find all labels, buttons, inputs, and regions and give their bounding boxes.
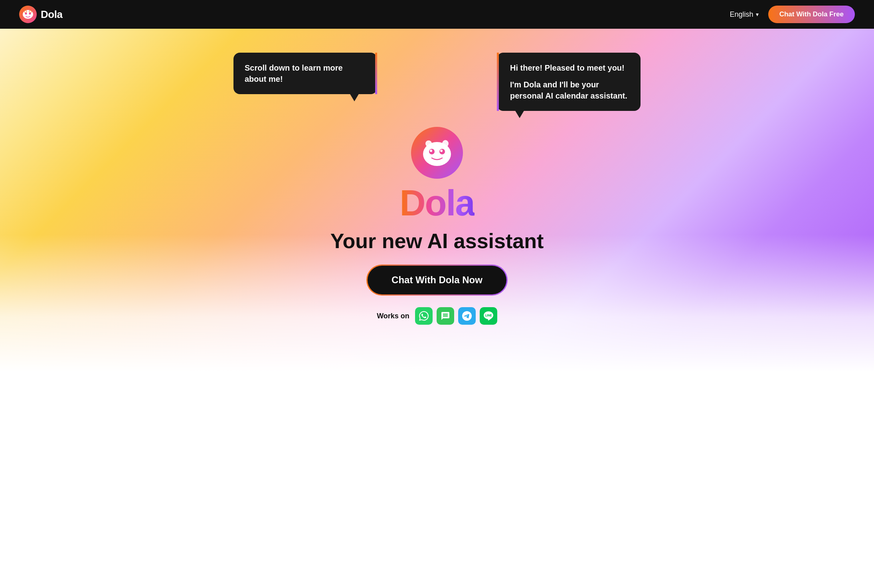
bubble-right-line2: I'm Dola and I'll be your personal AI ca… <box>510 79 629 101</box>
svg-point-3 <box>24 10 27 13</box>
svg-point-9 <box>440 150 443 152</box>
svg-point-4 <box>29 10 32 13</box>
language-label: English <box>730 10 753 19</box>
whatsapp-icon <box>415 307 433 325</box>
language-selector[interactable]: English ▾ <box>730 10 759 19</box>
chevron-down-icon: ▾ <box>756 11 759 18</box>
hero-center: Dola Your new AI assistant Chat With Dol… <box>330 127 544 325</box>
hero-section: Scroll down to learn more about me! Hi t… <box>0 29 874 372</box>
imessage-icon <box>437 307 454 325</box>
telegram-icon <box>458 307 476 325</box>
svg-point-11 <box>442 140 449 147</box>
chat-bubble-left: Scroll down to learn more about me! <box>233 53 377 94</box>
logo-icon <box>19 6 37 23</box>
nav-cta-button[interactable]: Chat With Dola Free <box>768 6 855 23</box>
bubble-right-line1: Hi there! Pleased to meet you! <box>510 62 629 73</box>
chat-bubbles-container: Scroll down to learn more about me! Hi t… <box>218 29 656 111</box>
chat-bubble-right: Hi there! Pleased to meet you! I'm Dola … <box>497 53 641 111</box>
hero-cta-button[interactable]: Chat With Dola Now <box>368 266 506 294</box>
hero-tagline: Your new AI assistant <box>330 229 544 253</box>
line-icon <box>480 307 497 325</box>
works-on-section: Works on <box>377 307 497 325</box>
nav-right: English ▾ Chat With Dola Free <box>730 6 855 23</box>
dola-avatar <box>411 127 463 179</box>
brand-name: Dola <box>41 8 62 21</box>
nav-logo: Dola <box>19 6 62 23</box>
navbar: Dola English ▾ Chat With Dola Free <box>0 0 874 29</box>
works-on-label: Works on <box>377 312 409 320</box>
dola-wordmark: Dola <box>399 185 474 221</box>
platform-icons <box>415 307 497 325</box>
svg-point-8 <box>430 150 432 152</box>
svg-point-10 <box>425 140 432 147</box>
bubble-left-text: Scroll down to learn more about me! <box>245 63 343 83</box>
